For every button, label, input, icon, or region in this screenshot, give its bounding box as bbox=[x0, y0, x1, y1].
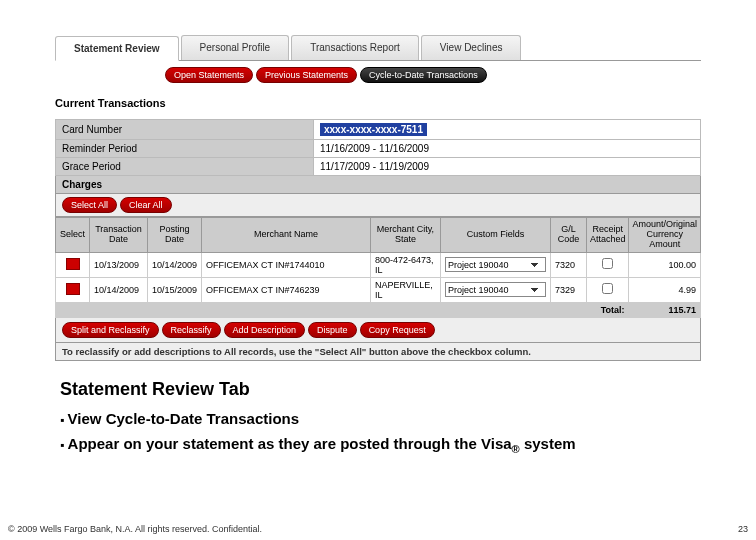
select-all-button[interactable]: Select All bbox=[62, 197, 117, 213]
cell-merchant: OFFICEMAX CT IN#1744010 bbox=[202, 252, 371, 277]
reminder-period-label: Reminder Period bbox=[56, 140, 314, 158]
total-value: 115.71 bbox=[629, 302, 701, 317]
account-info-table: Card Number xxxx-xxxx-xxxx-7511 Reminder… bbox=[55, 119, 701, 176]
grace-period-value: 11/17/2009 - 11/19/2009 bbox=[314, 158, 701, 176]
col-amount: Amount/Original Currency Amount bbox=[629, 218, 701, 253]
cell-amount: 100.00 bbox=[629, 252, 701, 277]
copy-request-button[interactable]: Copy Request bbox=[360, 322, 435, 338]
row-select-checkbox[interactable] bbox=[66, 283, 80, 295]
tab-view-declines[interactable]: View Declines bbox=[421, 35, 522, 60]
cell-gl: 7320 bbox=[550, 252, 586, 277]
custom-field-select[interactable]: Project 190040 bbox=[445, 257, 546, 272]
row-select-checkbox[interactable] bbox=[66, 258, 80, 270]
card-number-label: Card Number bbox=[56, 120, 314, 140]
main-tabs: Statement Review Personal Profile Transa… bbox=[55, 35, 701, 61]
cell-tx-date: 10/14/2009 bbox=[90, 277, 148, 302]
col-tx-date: Transaction Date bbox=[90, 218, 148, 253]
slide-title: Statement Review Tab bbox=[60, 379, 696, 400]
cell-post-date: 10/15/2009 bbox=[148, 277, 202, 302]
tab-statement-review[interactable]: Statement Review bbox=[55, 36, 179, 61]
custom-field-select[interactable]: Project 190040 bbox=[445, 282, 546, 297]
receipt-checkbox[interactable] bbox=[602, 283, 613, 294]
transactions-table: Select Transaction Date Posting Date Mer… bbox=[55, 217, 701, 318]
cell-city: NAPERVILLE, IL bbox=[370, 277, 440, 302]
col-receipt: Receipt Attached bbox=[586, 218, 629, 253]
reclassify-button[interactable]: Reclassify bbox=[162, 322, 221, 338]
tab-personal-profile[interactable]: Personal Profile bbox=[181, 35, 290, 60]
receipt-checkbox[interactable] bbox=[602, 258, 613, 269]
copyright: © 2009 Wells Fargo Bank, N.A. All rights… bbox=[8, 524, 262, 534]
table-row: 10/14/2009 10/15/2009 OFFICEMAX CT IN#74… bbox=[56, 277, 701, 302]
cell-post-date: 10/14/2009 bbox=[148, 252, 202, 277]
cell-tx-date: 10/13/2009 bbox=[90, 252, 148, 277]
col-post-date: Posting Date bbox=[148, 218, 202, 253]
col-gl: G/L Code bbox=[550, 218, 586, 253]
total-label: Total: bbox=[56, 302, 629, 317]
cell-gl: 7329 bbox=[550, 277, 586, 302]
page-number: 23 bbox=[738, 524, 748, 534]
card-number-value: xxxx-xxxx-xxxx-7511 bbox=[314, 120, 701, 140]
sub-tabs: Open Statements Previous Statements Cycl… bbox=[55, 61, 701, 83]
tab-transactions-report[interactable]: Transactions Report bbox=[291, 35, 419, 60]
bullet-2: Appear on your statement as they are pos… bbox=[60, 435, 696, 455]
section-title: Current Transactions bbox=[55, 97, 701, 109]
col-city: Merchant City, State bbox=[370, 218, 440, 253]
subtab-previous-statements[interactable]: Previous Statements bbox=[256, 67, 357, 83]
cell-amount: 4.99 bbox=[629, 277, 701, 302]
slide-content: Statement Review Tab View Cycle-to-Date … bbox=[0, 361, 756, 455]
total-row: Total: 115.71 bbox=[56, 302, 701, 317]
selection-buttons: Select All Clear All bbox=[55, 194, 701, 217]
subtab-open-statements[interactable]: Open Statements bbox=[165, 67, 253, 83]
action-buttons: Split and Reclassify Reclassify Add Desc… bbox=[55, 318, 701, 343]
cell-merchant: OFFICEMAX CT IN#746239 bbox=[202, 277, 371, 302]
bullet-1: View Cycle-to-Date Transactions bbox=[60, 410, 696, 427]
col-custom: Custom Fields bbox=[440, 218, 550, 253]
cell-city: 800-472-6473, IL bbox=[370, 252, 440, 277]
hint-text: To reclassify or add descriptions to All… bbox=[55, 343, 701, 361]
dispute-button[interactable]: Dispute bbox=[308, 322, 357, 338]
clear-all-button[interactable]: Clear All bbox=[120, 197, 172, 213]
reminder-period-value: 11/16/2009 - 11/16/2009 bbox=[314, 140, 701, 158]
col-merchant: Merchant Name bbox=[202, 218, 371, 253]
footer: © 2009 Wells Fargo Bank, N.A. All rights… bbox=[8, 524, 748, 534]
grace-period-label: Grace Period bbox=[56, 158, 314, 176]
col-select: Select bbox=[56, 218, 90, 253]
table-row: 10/13/2009 10/14/2009 OFFICEMAX CT IN#17… bbox=[56, 252, 701, 277]
subtab-cycle-to-date[interactable]: Cycle-to-Date Transactions bbox=[360, 67, 487, 83]
split-reclassify-button[interactable]: Split and Reclassify bbox=[62, 322, 159, 338]
charges-header: Charges bbox=[55, 176, 701, 194]
add-description-button[interactable]: Add Description bbox=[224, 322, 306, 338]
